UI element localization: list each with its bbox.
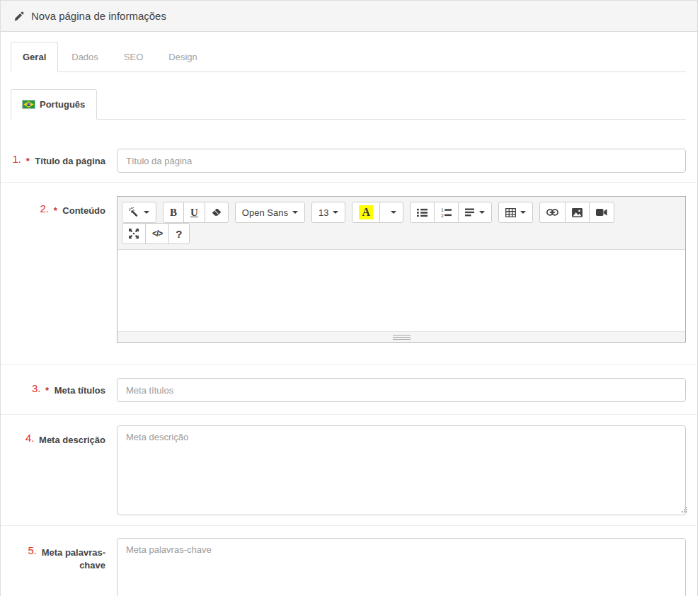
color-highlight-icon: A	[359, 205, 373, 219]
annotation-number-4: 4.	[25, 432, 35, 444]
tab-portugues[interactable]: Português	[11, 89, 97, 120]
clear-format-button[interactable]	[205, 202, 229, 223]
panel-header: Nova página de informações	[1, 1, 697, 32]
caret-down-icon	[333, 211, 338, 214]
font-family-dropdown[interactable]: Open Sans	[235, 202, 305, 223]
annotation-number-2: 2.	[40, 202, 50, 214]
tab-seo[interactable]: SEO	[112, 42, 155, 72]
meta-palavras-label: 5. Meta palavras-chave	[11, 538, 117, 572]
ordered-list-button[interactable]: 1 2	[434, 202, 459, 223]
text-color-caret-button[interactable]	[379, 202, 403, 223]
language-tab-bar: Português	[11, 89, 686, 120]
meta-titulos-label: 3. * Meta títulos	[11, 378, 117, 397]
picture-icon	[572, 208, 583, 217]
tab-design[interactable]: Design	[156, 42, 209, 72]
editor-toolbar: B U	[117, 197, 685, 250]
annotation-number-5: 5.	[28, 544, 38, 556]
meta-palavras-textarea[interactable]	[117, 538, 686, 596]
caret-down-icon	[292, 211, 298, 214]
svg-text:2: 2	[441, 212, 444, 217]
tab-dados[interactable]: Dados	[59, 42, 110, 72]
resize-grip-icon	[393, 335, 411, 340]
style-dropdown-button[interactable]	[122, 202, 156, 223]
meta-descricao-label: 4. Meta descrição	[11, 425, 117, 447]
unordered-list-icon	[417, 208, 428, 217]
paragraph-align-icon	[465, 208, 475, 217]
bold-button[interactable]: B	[163, 202, 184, 223]
required-marker: *	[54, 205, 57, 216]
edit-information-panel: Nova página de informações Geral Dados S…	[0, 0, 698, 596]
caret-down-icon	[391, 211, 396, 214]
table-icon	[505, 208, 516, 217]
help-button[interactable]: ?	[168, 223, 189, 244]
fullscreen-button[interactable]	[122, 223, 146, 244]
caret-down-icon	[144, 211, 149, 214]
meta-descricao-textarea[interactable]	[117, 425, 686, 515]
link-button[interactable]	[539, 202, 566, 223]
form-row-meta-palavras: 5. Meta palavras-chave	[1, 526, 697, 596]
richtext-editor: B U	[117, 196, 686, 343]
link-icon	[546, 209, 558, 216]
svg-text:1: 1	[441, 208, 444, 212]
help-icon: ?	[176, 228, 182, 240]
textarea-resize-grip-icon[interactable]	[682, 511, 683, 512]
ordered-list-icon: 1 2	[441, 208, 452, 217]
annotation-number-1: 1.	[13, 153, 22, 165]
pencil-icon	[14, 11, 24, 21]
titulo-label: 1. * Título da página	[11, 149, 117, 168]
annotation-number-3: 3.	[32, 382, 41, 394]
tab-geral[interactable]: Geral	[11, 42, 58, 72]
fullscreen-arrows-icon	[129, 229, 139, 239]
editor-resize-handle[interactable]	[117, 331, 685, 342]
magic-wand-icon	[129, 207, 139, 218]
language-tab-label: Português	[40, 98, 85, 111]
brazil-flag-icon	[23, 101, 35, 108]
text-color-button[interactable]: A	[352, 202, 380, 223]
form-row-titulo: 1. * Título da página	[1, 120, 697, 183]
video-icon	[596, 208, 607, 217]
page-title: Nova página de informações	[31, 10, 166, 22]
eraser-icon	[212, 208, 222, 217]
required-marker: *	[45, 385, 49, 396]
main-tab-bar: Geral Dados SEO Design	[11, 42, 686, 72]
caret-down-icon	[520, 211, 526, 214]
font-size-dropdown[interactable]: 13	[311, 202, 345, 223]
form-row-meta-descricao: 4. Meta descrição	[1, 415, 697, 526]
editor-content-area[interactable]	[117, 250, 685, 331]
form-row-conteudo: 2. * Conteúdo	[1, 183, 697, 365]
table-dropdown[interactable]	[498, 202, 533, 223]
conteudo-label: 2. * Conteúdo	[11, 196, 117, 217]
underline-button[interactable]: U	[183, 202, 205, 223]
titulo-input[interactable]	[117, 149, 686, 173]
caret-down-icon	[479, 211, 485, 214]
form-row-meta-titulos: 3. * Meta títulos	[1, 365, 697, 415]
paragraph-align-dropdown[interactable]	[458, 202, 492, 223]
code-view-icon: </>	[152, 229, 162, 239]
code-view-button[interactable]: </>	[145, 223, 169, 244]
meta-titulos-input[interactable]	[117, 378, 686, 402]
video-button[interactable]	[589, 202, 614, 223]
required-marker: *	[26, 156, 30, 166]
picture-button[interactable]	[565, 202, 590, 223]
unordered-list-button[interactable]	[410, 202, 435, 223]
